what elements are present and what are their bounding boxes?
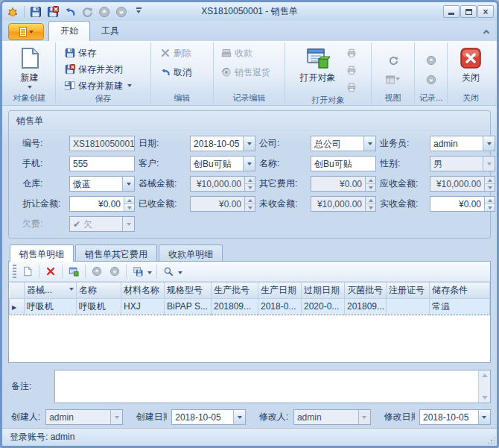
cell-sterile-batch[interactable]: 201809...	[345, 298, 387, 315]
ribbon-group-save: 保存 保存并关闭 保存并新建 保存	[56, 42, 151, 105]
cell-registration[interactable]	[387, 298, 430, 315]
refresh-icon[interactable]	[385, 53, 401, 68]
remark-textarea[interactable]	[54, 370, 491, 403]
salesman-field[interactable]: admin	[430, 136, 495, 151]
column-header[interactable]: 生产日期	[258, 283, 302, 299]
next-record-icon[interactable]	[423, 72, 439, 87]
column-header[interactable]: 材料名称	[121, 283, 165, 299]
cell-batch[interactable]: 201809...	[212, 298, 258, 315]
chevron-down-icon[interactable]	[69, 288, 74, 293]
scroll-up-icon[interactable]	[482, 370, 488, 377]
customize-qat-icon[interactable]	[131, 4, 146, 19]
ribbon: 新建 对象创建 保存 保存并关闭	[2, 41, 497, 106]
quick-print-icon	[343, 80, 360, 95]
chevron-down-icon[interactable]	[363, 136, 375, 151]
redo-icon[interactable]	[80, 4, 95, 19]
close-form-button[interactable]: 关闭	[454, 44, 487, 84]
minimize-button[interactable]	[443, 5, 460, 18]
chevron-down-icon[interactable]	[178, 271, 182, 277]
create-date-field[interactable]: 2018-10-05	[171, 409, 246, 425]
customer-label: 客户:	[139, 157, 186, 170]
save-button[interactable]: 保存	[62, 45, 135, 60]
save-and-new-button[interactable]: 保存并新建	[62, 78, 135, 93]
cell-storage[interactable]: 常温	[430, 298, 490, 315]
close-button[interactable]: ×	[477, 5, 494, 18]
save-icon[interactable]	[28, 4, 43, 19]
company-field[interactable]: 总公司	[311, 136, 376, 151]
group-label: 打开对象	[287, 95, 369, 105]
chevron-down-icon[interactable]	[122, 177, 134, 191]
table-row[interactable]: 呼吸机 呼吸机 HXJ BiPAP S... 201809... 2018-0.…	[10, 298, 490, 315]
application-menu-button[interactable]	[8, 23, 44, 40]
delete-row-icon[interactable]	[42, 264, 59, 279]
next-record-icon[interactable]	[114, 4, 129, 19]
tab-tools[interactable]: 工具	[90, 22, 130, 41]
save-icon	[65, 48, 75, 58]
discount-field[interactable]: ¥0.00	[69, 196, 135, 212]
actual-field[interactable]: ¥0.00	[430, 196, 495, 212]
column-header[interactable]: 储存条件	[430, 283, 490, 299]
salesman-label: 业务员:	[380, 137, 426, 150]
open-object-button[interactable]: 打开对象	[296, 44, 340, 84]
warehouse-label: 仓库:	[22, 177, 66, 190]
date-field[interactable]: 2018-10-05	[190, 136, 255, 151]
cell-model[interactable]: BiPAP S...	[165, 298, 212, 315]
chevron-down-icon[interactable]	[243, 157, 255, 171]
column-header[interactable]: 器械...	[25, 283, 77, 299]
spinner-icon	[365, 177, 375, 191]
tab-home[interactable]: 开始	[48, 21, 90, 41]
column-header[interactable]: 灭菌批号	[345, 283, 387, 299]
warehouse-field[interactable]: 傲蓝	[69, 176, 135, 192]
detail-toolbar	[9, 262, 490, 282]
cell-name[interactable]: 呼吸机	[77, 298, 121, 315]
column-header[interactable]: 过期日期	[302, 283, 345, 299]
cancel-button[interactable]: 取消	[157, 65, 194, 80]
cell-expiry-date[interactable]: 2020-0...	[302, 298, 345, 315]
cell-production-date[interactable]: 2018-0...	[258, 298, 302, 315]
phone-field[interactable]: 555	[69, 156, 135, 171]
spinner-icon[interactable]	[484, 197, 495, 211]
undo-icon	[160, 67, 171, 78]
add-row-icon[interactable]	[19, 264, 36, 279]
remark-scrollbar[interactable]	[478, 370, 490, 403]
resize-grip[interactable]	[487, 436, 495, 444]
cell-device[interactable]: 呼吸机	[25, 298, 77, 315]
column-header[interactable]: 名称	[77, 283, 121, 299]
open-row-icon[interactable]	[66, 264, 82, 279]
groupbox-caption: 销售单	[9, 111, 490, 130]
previous-record-icon[interactable]	[97, 4, 112, 19]
gender-label: 性别:	[380, 157, 426, 170]
column-header[interactable]: 规格型号	[165, 283, 212, 299]
maximize-button[interactable]	[460, 5, 477, 18]
column-header[interactable]: 生产批号	[212, 283, 258, 299]
chevron-down-icon[interactable]	[483, 136, 495, 151]
column-header[interactable]: 注册证号	[387, 283, 430, 299]
previous-record-icon[interactable]	[423, 53, 439, 68]
tab-other-fees[interactable]: 销售单其它费用	[75, 244, 157, 262]
group-label: 关闭	[449, 92, 492, 105]
chevron-down-icon[interactable]	[147, 271, 152, 277]
search-icon[interactable]	[160, 264, 177, 279]
chevron-down-icon	[29, 31, 34, 36]
scroll-down-icon[interactable]	[482, 396, 488, 403]
tab-sales-items[interactable]: 销售单明细	[10, 244, 74, 262]
tab-receipt-items[interactable]: 收款单明细	[159, 244, 223, 262]
undo-icon[interactable]	[63, 4, 77, 19]
chevron-down-icon[interactable]	[478, 410, 490, 424]
spinner-icon	[244, 197, 255, 211]
modify-date-field[interactable]: 2018-10-05	[419, 409, 491, 425]
group-label: 记录...	[416, 92, 445, 105]
save-and-close-button[interactable]: 保存并关闭	[62, 62, 135, 77]
name-field[interactable]: 创Bu可贴	[311, 156, 376, 171]
name-label: 名称:	[259, 157, 307, 170]
collapse-ribbon-button[interactable]	[480, 26, 492, 37]
customer-field[interactable]: 创Bu可贴	[190, 156, 255, 171]
return-icon	[221, 67, 232, 78]
save-close-icon[interactable]	[45, 4, 60, 19]
cell-material[interactable]: HXJ	[121, 298, 165, 315]
export-icon[interactable]	[130, 264, 146, 279]
new-button[interactable]: 新建	[13, 44, 46, 91]
spinner-icon[interactable]	[124, 197, 134, 211]
chevron-down-icon[interactable]	[233, 410, 245, 424]
chevron-down-icon[interactable]	[243, 136, 255, 151]
